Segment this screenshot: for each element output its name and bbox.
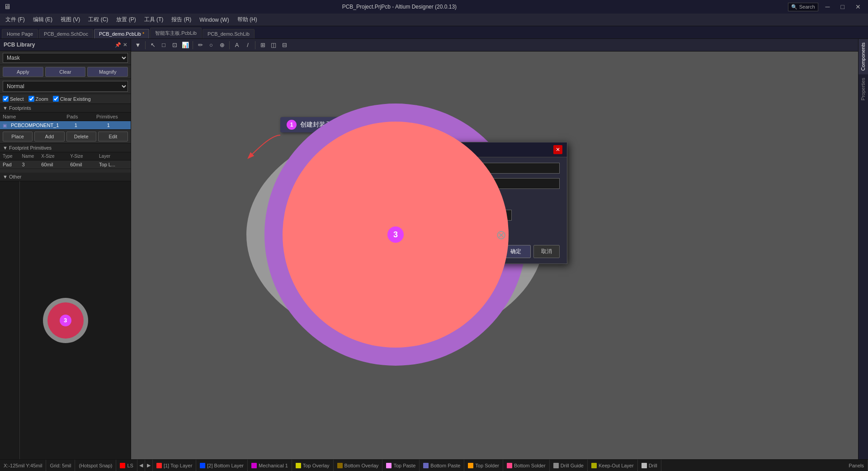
tab-pcblib[interactable]: PCB_demo.PcbLib bbox=[94, 29, 149, 38]
filter-tool[interactable]: ▼ bbox=[133, 40, 143, 50]
search-box[interactable]: 🔍 Search bbox=[788, 3, 818, 11]
chart-tool[interactable]: 📊 bbox=[180, 40, 190, 50]
layer-drill-guide[interactable]: Drill Guide bbox=[550, 460, 588, 471]
menu-tools[interactable]: 工具 (T) bbox=[141, 15, 167, 24]
layer-bottom-overlay-dot bbox=[337, 463, 343, 468]
right-tab-components[interactable]: Components bbox=[859, 39, 868, 74]
clear-existing-checkbox-label[interactable]: Clear Existing bbox=[53, 96, 91, 102]
add-button[interactable]: Add bbox=[34, 132, 64, 141]
tab-pcb-schlib[interactable]: PCB_demo.SchLib bbox=[203, 29, 255, 38]
status-bar: X:-125mil Y:45mil Grid: 5mil (Hotspot Sn… bbox=[0, 459, 868, 471]
layer-mechanical-label: Mechanical 1 bbox=[259, 463, 288, 468]
place-button[interactable]: Place bbox=[3, 132, 33, 141]
panel-header: PCB Library 📌 ✕ bbox=[0, 39, 131, 51]
text-tool[interactable]: A bbox=[232, 40, 242, 50]
layer-top[interactable]: [1] Top Layer bbox=[153, 460, 196, 471]
fp-prim-section-header: ▼ Footprint Primitives bbox=[0, 144, 131, 152]
select-tool[interactable]: □ bbox=[159, 40, 169, 50]
layer-top-overlay-label: Top Overlay bbox=[303, 463, 330, 468]
fp-col-xsize-header: X-Size bbox=[41, 154, 70, 159]
panel-pin-button[interactable]: 📌 bbox=[115, 42, 121, 48]
close-button[interactable]: ✕ bbox=[852, 3, 864, 10]
line-tool[interactable]: / bbox=[243, 40, 253, 50]
draw-tool[interactable]: ✏ bbox=[195, 40, 205, 50]
tab-schDoc[interactable]: PCB_demo.SchDoc bbox=[39, 29, 93, 38]
layer-top-solder-dot bbox=[468, 463, 473, 468]
fp-xsize: 60mil bbox=[41, 162, 70, 167]
menu-help[interactable]: 帮助 (H) bbox=[234, 15, 261, 24]
select-checkbox-label[interactable]: Select bbox=[3, 96, 24, 102]
layer-top-label: [1] Top Layer bbox=[164, 463, 192, 468]
dialog-cancel-button[interactable]: 取消 bbox=[533, 245, 560, 258]
app-title: PCB_Project.PrjPcb - Altium Designer (20… bbox=[11, 4, 788, 10]
normal-select-row: Normal bbox=[0, 79, 131, 94]
layer-mechanical-dot bbox=[251, 463, 257, 468]
layer-drill[interactable]: Drill bbox=[638, 460, 661, 471]
cross-tool[interactable]: ⊕ bbox=[217, 40, 227, 50]
component-tool[interactable]: ⊞ bbox=[258, 40, 268, 50]
menu-file[interactable]: 文件 (F) bbox=[2, 15, 28, 24]
layer-mechanical[interactable]: Mechanical 1 bbox=[248, 460, 292, 471]
clear-existing-checkbox[interactable] bbox=[53, 96, 59, 102]
tab-zhiche-pcblib[interactable]: 智能车主板.PcbLib bbox=[150, 28, 202, 38]
fp-prim-row-0[interactable]: Pad 3 60mil 60mil Top L... bbox=[0, 160, 131, 169]
layer-bottom-solder-dot bbox=[507, 463, 512, 468]
zoom-checkbox-label[interactable]: Zoom bbox=[28, 96, 48, 102]
layer-bottom-solder-label: Bottom Solder bbox=[514, 463, 546, 468]
layer-top-paste[interactable]: Top Paste bbox=[382, 460, 420, 471]
footprint-row-0[interactable]: ▣ PCBCOMPONENT_1 1 1 bbox=[0, 121, 131, 129]
layer-bottom-solder[interactable]: Bottom Solder bbox=[503, 460, 550, 471]
layer-top-overlay-dot bbox=[296, 463, 301, 468]
circle-tool[interactable]: ○ bbox=[206, 40, 216, 50]
zoom-select-tool[interactable]: ⊟ bbox=[279, 40, 289, 50]
clear-button[interactable]: Clear bbox=[45, 67, 86, 77]
apply-button[interactable]: Apply bbox=[3, 67, 43, 77]
layer-bottom-overlay[interactable]: Bottom Overlay bbox=[334, 460, 383, 471]
menu-place[interactable]: 放置 (P) bbox=[113, 15, 139, 24]
zoom-checkbox[interactable] bbox=[28, 96, 34, 102]
menu-report[interactable]: 报告 (R) bbox=[168, 15, 195, 24]
title-bar-icons: 🖥 bbox=[4, 3, 11, 11]
layer-top-dot bbox=[156, 463, 162, 468]
select-checkbox[interactable] bbox=[3, 96, 9, 102]
normal-select[interactable]: Normal bbox=[3, 81, 128, 92]
menu-window[interactable]: Window (W) bbox=[196, 16, 232, 24]
measure-tool[interactable]: ◫ bbox=[269, 40, 278, 50]
panels-button[interactable]: Panels bbox=[845, 460, 868, 471]
menu-edit[interactable]: 编辑 (E) bbox=[29, 15, 56, 24]
maximize-button[interactable]: □ bbox=[837, 3, 848, 10]
minimize-button[interactable]: ─ bbox=[822, 3, 834, 10]
layer-bottom-paste[interactable]: Bottom Paste bbox=[420, 460, 464, 471]
menu-project[interactable]: 工程 (C) bbox=[85, 15, 112, 24]
layer-bottom-dot bbox=[200, 463, 205, 468]
footprints-section-header: ▼ Footprints bbox=[0, 104, 131, 113]
edit-button[interactable]: Edit bbox=[98, 132, 128, 141]
layer-nav-next[interactable]: ▶ bbox=[145, 460, 153, 471]
layer-top-overlay[interactable]: Top Overlay bbox=[292, 460, 334, 471]
layer-top-solder[interactable]: Top Solder bbox=[464, 460, 503, 471]
layer-keepout-label: Keep-Out Layer bbox=[599, 463, 634, 468]
clear-existing-label: Clear Existing bbox=[60, 96, 91, 102]
panel-close-button[interactable]: ✕ bbox=[123, 42, 127, 48]
mask-select[interactable]: Mask bbox=[3, 53, 128, 63]
dialog-close-button[interactable]: ✕ bbox=[553, 145, 562, 154]
layer-nav-prev[interactable]: ◀ bbox=[137, 460, 145, 471]
cursor-tool[interactable]: ↖ bbox=[148, 40, 158, 50]
menu-bar: 文件 (F) 编辑 (E) 视图 (V) 工程 (C) 放置 (P) 工具 (T… bbox=[0, 14, 868, 26]
right-panel: Components Properties bbox=[858, 39, 868, 459]
toolbar-sep-4 bbox=[255, 41, 255, 49]
fp-col-name-header: Name bbox=[22, 154, 42, 159]
layer-keepout[interactable]: Keep-Out Layer bbox=[588, 460, 638, 471]
select-box-tool[interactable]: ⊡ bbox=[170, 40, 179, 50]
layer-ls[interactable]: LS bbox=[116, 460, 137, 471]
footprint-name: PCBCOMPONENT_1 bbox=[11, 122, 63, 128]
select-label: Select bbox=[10, 96, 24, 102]
tab-home[interactable]: Home Page bbox=[2, 29, 38, 38]
pcb-canvas[interactable]: 1 创建封装元件，双击 3 bbox=[131, 52, 858, 459]
layer-bottom-paste-dot bbox=[423, 463, 429, 468]
menu-view[interactable]: 视图 (V) bbox=[57, 15, 84, 24]
magnify-button[interactable]: Magnify bbox=[87, 67, 128, 77]
layer-bottom[interactable]: [2] Bottom Layer bbox=[196, 460, 248, 471]
right-tab-properties[interactable]: Properties bbox=[859, 74, 868, 104]
delete-button[interactable]: Delete bbox=[66, 132, 96, 141]
